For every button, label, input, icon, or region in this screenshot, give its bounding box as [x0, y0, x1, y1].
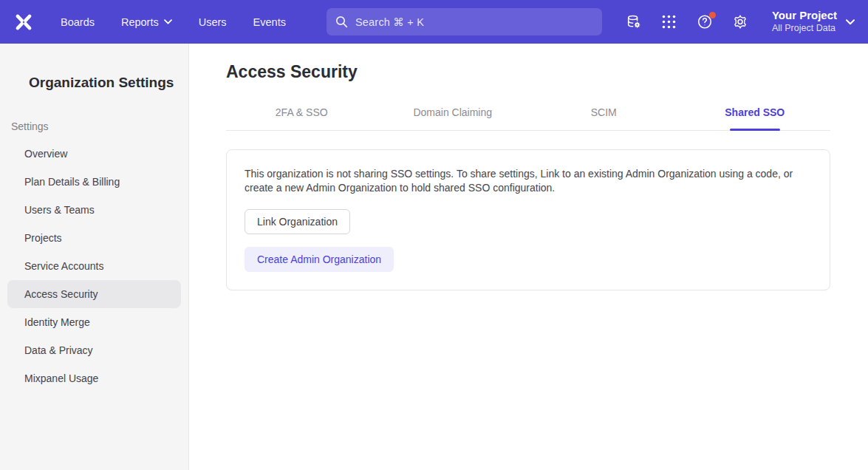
chevron-down-icon: [164, 19, 172, 24]
nav-item-events-label: Events: [253, 16, 286, 28]
data-management-icon[interactable]: [626, 14, 642, 30]
sidebar-title: Organization Settings: [29, 75, 188, 91]
nav-item-reports-label: Reports: [121, 16, 159, 28]
project-selector[interactable]: Your Project All Project Data: [772, 9, 855, 34]
sidebar-item-data-privacy[interactable]: Data & Privacy: [7, 336, 181, 364]
top-navbar: Boards Reports Users Events Search ⌘ + K: [0, 0, 868, 44]
apps-grid-icon[interactable]: [661, 14, 677, 30]
search-placeholder: Search ⌘ + K: [355, 16, 424, 28]
sidebar-section-label: Settings: [11, 120, 188, 132]
nav-item-boards[interactable]: Boards: [61, 16, 95, 28]
search-input[interactable]: Search ⌘ + K: [327, 8, 602, 35]
sidebar-item-identity-merge[interactable]: Identity Merge: [7, 308, 181, 336]
tab-2fa-sso[interactable]: 2FA & SSO: [226, 106, 377, 130]
settings-sidebar: Organization Settings Settings Overview …: [0, 44, 189, 470]
tab-domain-claiming[interactable]: Domain Claiming: [377, 106, 529, 130]
nav-item-boards-label: Boards: [61, 16, 95, 28]
project-name: Your Project: [772, 9, 837, 23]
link-organization-button[interactable]: Link Organization: [245, 209, 350, 234]
chevron-down-icon: [846, 19, 855, 25]
notification-dot: [709, 12, 716, 18]
navbar-right: Your Project All Project Data: [626, 9, 855, 34]
search-icon: [335, 16, 348, 28]
tab-shared-sso[interactable]: Shared SSO: [680, 106, 831, 130]
sidebar-item-access-security[interactable]: Access Security: [7, 280, 181, 308]
main-content: Access Security 2FA & SSO Domain Claimin…: [189, 44, 868, 470]
sidebar-item-projects[interactable]: Projects: [7, 224, 181, 252]
create-admin-organization-button[interactable]: Create Admin Organization: [245, 247, 394, 272]
page-title: Access Security: [226, 62, 830, 82]
sidebar-item-service-accounts[interactable]: Service Accounts: [7, 252, 181, 280]
sidebar-item-users-teams[interactable]: Users & Teams: [7, 196, 181, 224]
nav-item-events[interactable]: Events: [253, 16, 286, 28]
mixpanel-logo-icon[interactable]: [12, 11, 35, 33]
primary-nav: Boards Reports Users Events: [61, 16, 286, 28]
shared-sso-description: This organization is not sharing SSO set…: [245, 167, 807, 195]
help-icon[interactable]: [697, 14, 713, 30]
project-text: Your Project All Project Data: [772, 9, 837, 34]
nav-item-users-label: Users: [199, 16, 227, 28]
tab-scim[interactable]: SCIM: [528, 106, 680, 130]
sidebar-item-plan-details-billing[interactable]: Plan Details & Billing: [7, 168, 181, 196]
nav-item-users[interactable]: Users: [199, 16, 227, 28]
tab-bar: 2FA & SSO Domain Claiming SCIM Shared SS…: [226, 106, 830, 131]
shared-sso-card: This organization is not sharing SSO set…: [226, 149, 830, 290]
sidebar-item-overview[interactable]: Overview: [7, 140, 181, 168]
project-subtitle: All Project Data: [772, 23, 837, 35]
settings-gear-icon[interactable]: [732, 14, 748, 30]
sidebar-item-mixpanel-usage[interactable]: Mixpanel Usage: [7, 364, 181, 392]
nav-item-reports[interactable]: Reports: [121, 16, 172, 28]
